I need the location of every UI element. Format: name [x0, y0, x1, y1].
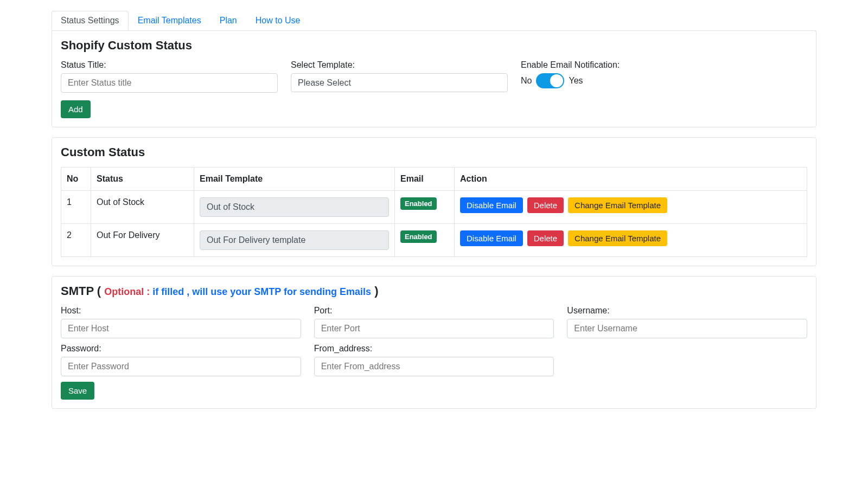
save-button[interactable]: Save [61, 382, 94, 400]
cell-no: 1 [61, 191, 91, 224]
smtp-host-group: Host: [61, 306, 301, 338]
smtp-spacer [567, 344, 807, 376]
col-email-template: Email Template [194, 168, 395, 191]
table-row: 2 Out For Delivery Enabled Disable Email… [61, 224, 807, 257]
delete-button[interactable]: Delete [527, 197, 564, 213]
col-action: Action [455, 168, 807, 191]
smtp-host-label: Host: [61, 306, 301, 316]
change-template-button[interactable]: Change Email Template [568, 197, 667, 213]
toggle-no-label: No [521, 76, 532, 86]
select-template-group: Select Template: Please Select [291, 60, 508, 93]
smtp-password-group: Password: [61, 344, 301, 376]
tab-email-templates[interactable]: Email Templates [129, 11, 210, 30]
tab-how-to-use[interactable]: How to Use [246, 11, 310, 30]
select-template-label: Select Template: [291, 60, 508, 70]
enable-email-toggle[interactable] [536, 73, 564, 88]
smtp-from-input[interactable] [314, 357, 554, 376]
table-header-row: No Status Email Template Email Action [61, 168, 807, 191]
smtp-password-label: Password: [61, 344, 301, 354]
status-title-label: Status Title: [61, 60, 278, 70]
col-email: Email [395, 168, 455, 191]
status-title-input[interactable] [61, 73, 278, 93]
email-enabled-badge: Enabled [400, 197, 437, 210]
shopify-section-title: Shopify Custom Status [61, 38, 807, 53]
change-template-button[interactable]: Change Email Template [568, 230, 667, 246]
custom-status-title: Custom Status [61, 145, 807, 159]
email-enabled-badge: Enabled [400, 230, 437, 243]
disable-email-button[interactable]: Disable Email [460, 197, 523, 213]
cell-action: Disable Email Delete Change Email Templa… [455, 191, 807, 224]
cell-status: Out of Stock [91, 191, 194, 224]
smtp-port-group: Port: [314, 306, 554, 338]
enable-email-label: Enable Email Notification: [521, 60, 807, 70]
cell-no: 2 [61, 224, 91, 257]
disable-email-button[interactable]: Disable Email [460, 230, 523, 246]
smtp-paren-close: ) [371, 284, 378, 298]
template-input[interactable] [200, 197, 389, 217]
smtp-card: SMTP ( Optional : if filled , will use y… [52, 276, 816, 409]
smtp-from-label: From_address: [314, 344, 554, 354]
smtp-username-input[interactable] [567, 319, 807, 338]
toggle-yes-label: Yes [569, 76, 583, 86]
cell-email: Enabled [395, 224, 455, 257]
custom-status-card: Custom Status No Status Email Template E… [52, 137, 816, 266]
smtp-password-input[interactable] [61, 357, 301, 376]
smtp-port-label: Port: [314, 306, 554, 316]
shopify-custom-status-card: Shopify Custom Status Status Title: Sele… [52, 30, 816, 127]
tab-status-settings[interactable]: Status Settings [52, 11, 129, 30]
smtp-host-input[interactable] [61, 319, 301, 338]
toggle-knob [550, 74, 563, 87]
smtp-from-group: From_address: [314, 344, 554, 376]
table-row: 1 Out of Stock Enabled Disable Email Del… [61, 191, 807, 224]
col-no: No [61, 168, 91, 191]
smtp-optional-label: Optional : [104, 286, 150, 297]
smtp-username-label: Username: [567, 306, 807, 316]
cell-email: Enabled [395, 191, 455, 224]
enable-email-group: Enable Email Notification: No Yes [521, 60, 807, 93]
smtp-title: SMTP ( Optional : if filled , will use y… [61, 284, 807, 298]
smtp-title-prefix: SMTP [61, 284, 94, 298]
smtp-username-group: Username: [567, 306, 807, 338]
cell-action: Disable Email Delete Change Email Templa… [455, 224, 807, 257]
smtp-note: if filled , will use your SMTP for sendi… [150, 286, 371, 297]
nav-tabs: Status Settings Email Templates Plan How… [52, 11, 816, 31]
smtp-port-input[interactable] [314, 319, 554, 338]
add-button[interactable]: Add [61, 100, 91, 118]
smtp-paren-open: ( [94, 284, 105, 298]
template-input[interactable] [200, 230, 389, 250]
cell-template [194, 191, 395, 224]
custom-status-table: No Status Email Template Email Action 1 … [61, 167, 807, 257]
col-status: Status [91, 168, 194, 191]
delete-button[interactable]: Delete [527, 230, 564, 246]
cell-template [194, 224, 395, 257]
tab-plan[interactable]: Plan [210, 11, 246, 30]
status-title-group: Status Title: [61, 60, 278, 93]
cell-status: Out For Delivery [91, 224, 194, 257]
select-template-dropdown[interactable]: Please Select [291, 73, 508, 92]
